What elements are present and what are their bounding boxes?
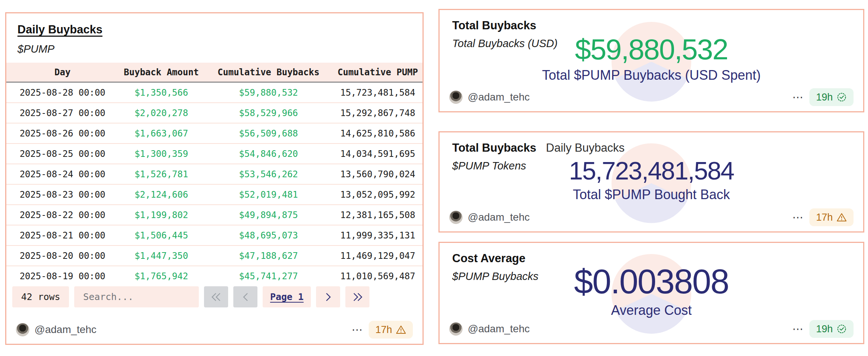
search-input[interactable] [74,286,199,307]
author-handle[interactable]: @adam_tehc [468,91,530,103]
panel-subtitle: $PUMP [17,43,411,55]
avatar[interactable] [449,211,463,224]
last-page-button[interactable] [345,286,369,307]
more-options-icon[interactable]: ⋯ [792,323,804,334]
author-handle[interactable]: @adam_tehc [34,324,96,336]
table-row: 2025-08-19 00:00 $1,765,942 $45,741,277 … [6,266,423,281]
cell-day: 2025-08-26 00:00 [6,128,119,139]
stat-value-area: 15,723,481,584 Total $PUMP Bought Back [440,158,863,202]
card-title: Total Buybacks [452,19,536,32]
cell-cumulative-pump: 13,560,790,024 [333,169,423,179]
card-attribution: @adam_tehc ⋯ 19h [449,320,854,338]
prev-page-button[interactable] [233,286,257,307]
cell-cumulative-pump: 13,052,095,992 [333,189,423,200]
next-page-button[interactable] [316,286,340,307]
stat-value: $59,880,532 [575,34,728,65]
cell-cumulative-pump: 11,999,335,131 [333,230,423,241]
page-indicator[interactable]: Page 1 [263,286,311,307]
stat-caption: Total $PUMP Bought Back [573,187,730,202]
author-handle[interactable]: @adam_tehc [468,211,530,223]
stat-value: 15,723,481,584 [569,158,734,184]
cell-buyback-amount: $2,124,606 [119,189,204,200]
verified-check-icon [836,324,847,334]
cell-day: 2025-08-19 00:00 [6,271,119,281]
cell-day: 2025-08-24 00:00 [6,169,119,179]
cell-buyback-amount: $1,526,781 [119,169,204,179]
age-label: 17h [375,324,392,336]
cell-cumulative-pump: 15,292,867,748 [333,108,423,118]
first-page-button[interactable] [204,286,228,307]
cell-cumulative-pump: 12,381,165,508 [333,210,423,220]
cell-cumulative-buybacks: $59,880,532 [204,88,333,98]
cell-buyback-amount: $1,447,350 [119,251,204,261]
author-handle[interactable]: @adam_tehc [468,323,530,335]
table-row: 2025-08-22 00:00 $1,199,802 $49,894,875 … [6,205,423,225]
cell-cumulative-buybacks: $54,846,620 [204,149,333,159]
table-row: 2025-08-20 00:00 $1,447,350 $47,188,627 … [6,246,423,266]
stat-caption: Average Cost [611,302,691,318]
age-label: 19h [816,92,833,103]
refresh-age-badge[interactable]: 17h [369,321,413,339]
verified-check-icon [836,92,847,102]
panel-header: Daily Buybacks $PUMP [6,13,423,57]
avatar[interactable] [449,90,463,104]
daily-buybacks-panel: Daily Buybacks $PUMP Day Buyback Amount … [5,12,424,345]
age-label: 17h [816,212,833,223]
age-label: 19h [816,323,833,335]
table-row: 2025-08-28 00:00 $1,350,566 $59,880,532 … [6,83,423,103]
more-options-icon[interactable]: ⋯ [792,212,804,223]
cell-day: 2025-08-28 00:00 [6,88,119,98]
card-title: Cost Average [452,252,526,265]
more-options-icon[interactable]: ⋯ [792,92,804,103]
cell-buyback-amount: $1,199,802 [119,210,204,220]
card-attribution: @adam_tehc ⋯ 19h [449,88,854,106]
table-body: 2025-08-28 00:00 $1,350,566 $59,880,532 … [6,83,423,281]
cell-day: 2025-08-22 00:00 [6,210,119,220]
cell-day: 2025-08-21 00:00 [6,230,119,241]
cell-buyback-amount: $1,506,445 [119,230,204,241]
column-header-cumulative-buybacks: Cumulative Buybacks [204,67,333,78]
total-buybacks-usd-card: Total Buybacks Total Buybacks (USD) $59,… [438,9,864,112]
cell-cumulative-pump: 14,625,810,586 [333,128,423,139]
cell-buyback-amount: $1,350,566 [119,88,204,98]
refresh-age-badge[interactable]: 19h [809,320,854,338]
table-row: 2025-08-26 00:00 $1,663,067 $56,509,688 … [6,123,423,144]
cell-cumulative-pump: 11,469,129,047 [333,251,423,261]
cell-cumulative-buybacks: $53,546,262 [204,169,333,179]
cell-cumulative-buybacks: $58,529,966 [204,108,333,118]
cell-buyback-amount: $2,020,278 [119,108,204,118]
chevron-right-icon [325,292,332,302]
avatar[interactable] [16,323,29,336]
cell-day: 2025-08-27 00:00 [6,108,119,118]
refresh-age-badge[interactable]: 17h [809,208,854,226]
warning-icon [396,325,406,334]
table-header-row: Day Buyback Amount Cumulative Buybacks C… [6,63,423,83]
column-header-buyback-amount: Buyback Amount [119,67,204,78]
table-controls: 42 rows Page 1 [6,281,423,307]
cell-cumulative-pump: 11,010,569,487 [333,271,423,281]
column-header-cumulative-pump: Cumulative PUMP [333,67,423,78]
cell-cumulative-buybacks: $45,741,277 [204,271,333,281]
cell-cumulative-buybacks: $49,894,875 [204,210,333,220]
card-secondary-title: Daily Buybacks [546,141,625,155]
card-title: Total Buybacks [452,141,536,155]
avatar[interactable] [449,322,463,336]
row-count-badge: 42 rows [12,286,69,307]
chevron-left-icon [242,292,249,302]
cell-day: 2025-08-23 00:00 [6,189,119,200]
more-options-icon[interactable]: ⋯ [352,324,364,335]
total-buybacks-tokens-card: Total Buybacks Daily Buybacks $PUMP Toke… [438,131,864,233]
panel-title: Daily Buybacks [17,23,102,36]
card-attribution: @adam_tehc ⋯ 17h [449,208,854,226]
double-chevron-left-icon [211,292,222,302]
buybacks-table: Day Buyback Amount Cumulative Buybacks C… [6,63,423,281]
table-row: 2025-08-24 00:00 $1,526,781 $53,546,262 … [6,164,423,185]
double-chevron-right-icon [352,292,363,302]
cost-average-card: Cost Average $PUMP Buybacks $0.003808 Av… [438,242,864,344]
cell-buyback-amount: $1,300,359 [119,149,204,159]
cell-day: 2025-08-25 00:00 [6,149,119,159]
table-row: 2025-08-21 00:00 $1,506,445 $48,695,073 … [6,225,423,246]
refresh-age-badge[interactable]: 19h [809,88,854,106]
cell-cumulative-buybacks: $56,509,688 [204,128,333,139]
cell-cumulative-pump: 15,723,481,584 [333,88,423,98]
